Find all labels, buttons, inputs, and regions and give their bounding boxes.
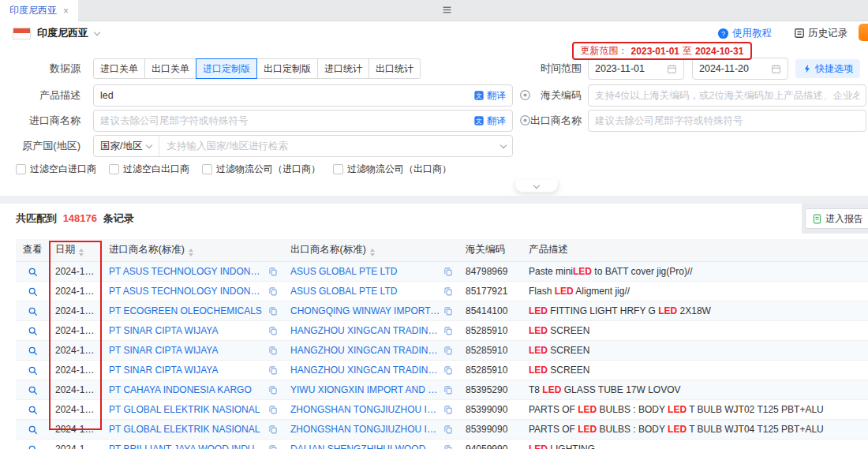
view-detail-icon[interactable] — [28, 444, 38, 449]
product-desc-value[interactable] — [100, 90, 473, 101]
view-cell[interactable] — [16, 261, 49, 281]
view-detail-icon[interactable] — [28, 286, 38, 297]
view-detail-icon[interactable] — [28, 365, 38, 376]
filter-checkbox-item[interactable]: 过滤物流公司（出口商） — [333, 163, 451, 176]
hs-code-value[interactable] — [595, 90, 859, 101]
copy-icon[interactable] — [268, 267, 278, 276]
date-to-value[interactable] — [699, 63, 771, 74]
column-header[interactable]: 出口商名称(标准) — [284, 239, 459, 261]
view-cell[interactable] — [16, 281, 49, 301]
copy-icon[interactable] — [268, 286, 278, 296]
copy-icon[interactable] — [268, 306, 278, 316]
copy-icon[interactable] — [268, 444, 278, 449]
copy-icon[interactable] — [443, 425, 453, 434]
exporter-value[interactable] — [595, 115, 859, 126]
importer-link[interactable]: PT SINAR CIPTA WIJAYA — [109, 321, 265, 340]
importer-link[interactable]: PT ECOGREEN OLEOCHEMICALS — [109, 301, 265, 320]
product-desc-input[interactable]: 文 翻译 — [93, 84, 513, 107]
view-cell[interactable] — [16, 340, 49, 360]
view-cell[interactable] — [16, 439, 49, 449]
copy-icon[interactable] — [443, 405, 453, 414]
date-to-input[interactable] — [692, 58, 788, 80]
view-detail-icon[interactable] — [28, 306, 38, 316]
date-from-input[interactable] — [588, 58, 684, 80]
datasource-tab[interactable]: 进口定制版 — [196, 58, 257, 79]
view-detail-icon[interactable] — [28, 346, 38, 356]
translate-button[interactable]: 文 翻译 — [473, 89, 506, 103]
copy-icon[interactable] — [268, 346, 278, 355]
datasource-tab[interactable]: 进口关单 — [93, 58, 145, 79]
view-detail-icon[interactable] — [28, 385, 38, 395]
date-from-value[interactable] — [595, 63, 667, 74]
tab-indonesia[interactable]: 印度尼西亚 × — [0, 0, 78, 21]
copy-icon[interactable] — [443, 306, 453, 316]
copy-icon[interactable] — [443, 385, 453, 395]
exporter-link[interactable]: YIWU XIONGXIN IMPORT AND EXPORT... — [290, 380, 440, 399]
hs-code-input[interactable] — [588, 84, 866, 107]
importer-link[interactable]: PT ASUS TECHNOLOGY INDONESIA BA... — [109, 262, 265, 281]
importer-link[interactable]: PT ASUS TECHNOLOGY INDONESIA BA... — [109, 282, 265, 301]
importer-link[interactable]: PT SINAR CIPTA WIJAYA — [109, 361, 265, 380]
exporter-link[interactable]: HANGZHOU XINGCAN TRADING CO LTD — [290, 321, 440, 340]
checkbox-icon[interactable] — [202, 164, 212, 174]
filter-checkbox-item[interactable]: 过滤空白进口商 — [16, 163, 96, 176]
quick-options-button[interactable]: 快捷选项 — [795, 59, 860, 78]
origin-country-control[interactable]: 国家/地区 — [93, 135, 513, 157]
copy-icon[interactable] — [268, 326, 278, 335]
exporter-link[interactable]: HANGZHOU XINGCAN TRADING CO LTD — [290, 341, 440, 360]
checkbox-icon[interactable] — [109, 164, 119, 174]
tab-close-icon[interactable]: × — [63, 6, 69, 17]
view-cell[interactable] — [16, 380, 49, 399]
exporter-link[interactable]: ZHONGSHAN TONGJIUZHOU INTERNA... — [290, 420, 440, 439]
column-header[interactable]: 进口商名称(标准) — [103, 239, 284, 261]
tutorial-link[interactable]: ? 使用教程 — [717, 27, 772, 40]
collapse-panel-button[interactable] — [514, 180, 559, 193]
checkbox-icon[interactable] — [333, 164, 343, 174]
copy-icon[interactable] — [443, 267, 453, 276]
copy-icon[interactable] — [443, 365, 453, 375]
copy-icon[interactable] — [443, 444, 453, 449]
column-header[interactable]: 日期 — [49, 239, 103, 261]
exporter-link[interactable]: CHONGQING WINWAY IMPORT AND E... — [290, 301, 440, 320]
promo-badge[interactable] — [859, 24, 868, 41]
copy-icon[interactable] — [268, 385, 278, 395]
copy-icon[interactable] — [268, 365, 278, 375]
sort-icon[interactable] — [79, 249, 84, 256]
copy-icon[interactable] — [268, 405, 278, 414]
translate-button[interactable]: 文 翻译 — [473, 114, 506, 128]
copy-icon[interactable] — [268, 425, 278, 434]
view-cell[interactable] — [16, 320, 49, 340]
view-cell[interactable] — [16, 419, 49, 439]
filter-checkbox-item[interactable]: 过滤物流公司（进口商） — [202, 163, 320, 176]
datasource-tab[interactable]: 出口定制版 — [256, 58, 318, 79]
view-cell[interactable] — [16, 360, 49, 380]
datasource-tab[interactable]: 出口统计 — [369, 58, 421, 79]
view-cell[interactable] — [16, 301, 49, 320]
sort-icon[interactable] — [189, 249, 193, 256]
exporter-link[interactable]: DALIAN SHENGZHIHUI WOOD INDUST... — [290, 440, 440, 449]
importer-link[interactable]: PT GLOBAL ELEKTRIK NASIONAL — [109, 420, 265, 439]
importer-link[interactable]: PT SINAR CIPTA WIJAYA — [109, 341, 265, 360]
view-detail-icon[interactable] — [28, 326, 38, 336]
filter-checkbox-item[interactable]: 过滤空白出口商 — [109, 163, 189, 176]
view-detail-icon[interactable] — [28, 405, 38, 415]
datasource-tab[interactable]: 进口统计 — [317, 58, 369, 79]
exporter-link[interactable]: ZHONGSHAN TONGJIUZHOU INTERNA... — [290, 400, 440, 419]
origin-search-input[interactable] — [166, 140, 501, 152]
country-picker[interactable]: 印度尼西亚 — [13, 21, 99, 45]
copy-icon[interactable] — [443, 326, 453, 335]
checkbox-icon[interactable] — [16, 164, 26, 174]
sort-icon[interactable] — [370, 249, 375, 256]
datasource-tab[interactable]: 出口关单 — [144, 58, 196, 79]
exporter-link[interactable]: HANGZHOU XINGCAN TRADING CO LTD — [290, 361, 440, 380]
copy-icon[interactable] — [443, 346, 453, 355]
importer-link[interactable]: PT GLOBAL ELEKTRIK NASIONAL — [109, 400, 265, 419]
importer-link[interactable]: PT BRILLIANT JAYA WOOD INDUSTRY — [109, 440, 265, 449]
exporter-link[interactable]: ASUS GLOBAL PTE LTD — [290, 262, 440, 281]
history-link[interactable]: 历史记录 — [794, 27, 847, 40]
enter-report-button[interactable]: 进入报告 — [805, 208, 868, 229]
origin-select[interactable]: 国家/地区 — [100, 136, 159, 156]
view-detail-icon[interactable] — [28, 267, 38, 277]
importer-input[interactable]: 文 翻译 — [93, 110, 513, 132]
view-detail-icon[interactable] — [28, 425, 38, 435]
